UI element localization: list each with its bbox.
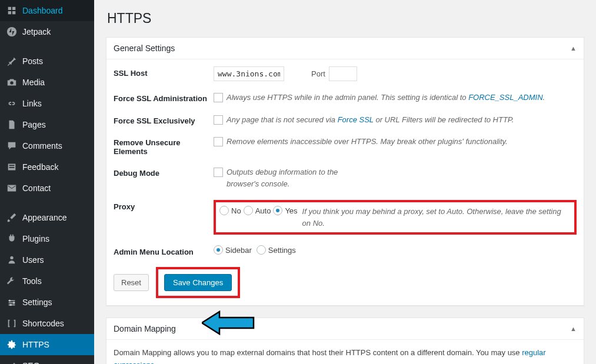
force-admin-checkbox[interactable]	[214, 93, 223, 102]
svg-point-1	[9, 300, 11, 302]
sidebar-item-label: Users	[22, 255, 44, 265]
sidebar-item-https[interactable]: HTTPS	[0, 334, 94, 355]
sidebar-item-label: SEO	[22, 361, 40, 364]
proxy-auto-radio[interactable]	[244, 206, 253, 215]
reset-button[interactable]: Reset	[114, 274, 149, 291]
shortcode-icon	[6, 318, 18, 329]
sidebar-item-shortcodes[interactable]: Shortcodes	[0, 313, 94, 334]
sidebar-item-media[interactable]: Media	[0, 72, 94, 93]
sidebar-item-contact[interactable]: Contact	[0, 178, 94, 199]
seo-icon	[6, 360, 18, 364]
debug-checkbox[interactable]	[214, 168, 223, 177]
gear-icon	[6, 339, 18, 350]
sidebar-item-appearance[interactable]: Appearance	[0, 207, 94, 228]
sidebar-item-settings[interactable]: Settings	[0, 292, 94, 313]
link-icon	[6, 98, 18, 109]
adminloc-sidebar-label: Sidebar	[225, 246, 252, 255]
collapse-icon[interactable]: ▲	[570, 45, 577, 52]
sidebar-item-label: Settings	[22, 298, 52, 307]
collapse-icon[interactable]: ▲	[570, 325, 577, 332]
sidebar-item-label: Comments	[22, 141, 62, 151]
pages-icon	[6, 119, 18, 131]
adminloc-sidebar-radio[interactable]	[214, 245, 223, 255]
save-highlight: Save Changes	[156, 267, 240, 298]
proxy-no-label: No	[231, 206, 241, 215]
plugin-icon	[6, 233, 18, 245]
brush-icon	[6, 212, 18, 223]
sidebar-item-plugins[interactable]: Plugins	[0, 228, 94, 249]
sidebar-item-tools[interactable]: Tools	[0, 271, 94, 292]
sidebar-item-comments[interactable]: Comments	[0, 135, 94, 156]
admin-sidebar: Dashboard Jetpack Posts Media Links Page…	[0, 0, 94, 364]
remove-desc: Remove elements inaccessible over HTTPS.…	[227, 136, 508, 148]
force-admin-desc: Always use HTTPS while in the admin pane…	[227, 92, 545, 103]
sidebar-item-posts[interactable]: Posts	[0, 51, 94, 72]
sidebar-item-label: Jetpack	[22, 27, 51, 36]
adminloc-settings-radio[interactable]	[257, 245, 266, 255]
feedback-icon	[6, 161, 18, 173]
sidebar-item-label: Feedback	[22, 162, 58, 172]
sidebar-item-feedback[interactable]: Feedback	[0, 156, 94, 178]
sidebar-item-label: Tools	[22, 276, 42, 286]
sidebar-item-links[interactable]: Links	[0, 93, 94, 114]
ssl-host-input[interactable]	[214, 66, 284, 81]
dashboard-icon	[6, 5, 18, 16]
sidebar-item-label: Posts	[22, 56, 43, 66]
users-icon	[6, 254, 18, 266]
general-settings-heading: General Settings	[114, 44, 175, 53]
adminloc-settings-label: Settings	[268, 246, 296, 255]
domain-mapping-desc: Domain Mapping allows you to map externa…	[114, 347, 577, 364]
svg-point-3	[9, 304, 12, 306]
proxy-yes-label: Yes	[285, 206, 297, 215]
sidebar-item-pages[interactable]: Pages	[0, 114, 94, 135]
proxy-label: Proxy	[114, 200, 214, 211]
force-excl-checkbox[interactable]	[214, 115, 223, 125]
sidebar-item-label: Media	[22, 78, 45, 87]
proxy-yes-radio[interactable]	[273, 206, 282, 215]
mail-icon	[6, 182, 18, 194]
sidebar-item-users[interactable]: Users	[0, 249, 94, 271]
general-settings-header[interactable]: General Settings ▲	[106, 38, 584, 59]
force-excl-desc: Any page that is not secured via Force S…	[227, 114, 514, 126]
settings-icon	[6, 296, 18, 308]
force-admin-label: Force SSL Administration	[114, 92, 214, 103]
main-content: HTTPS General Settings ▲ SSL Host Port F…	[94, 0, 596, 364]
general-settings-box: General Settings ▲ SSL Host Port Force S…	[106, 37, 584, 306]
annotation-arrow	[202, 310, 255, 337]
debug-desc: Outputs debug information to the browser…	[227, 166, 356, 189]
domain-mapping-heading: Domain Mapping	[114, 324, 176, 333]
save-changes-button[interactable]: Save Changes	[164, 274, 232, 291]
sidebar-item-label: Pages	[22, 120, 46, 129]
domain-mapping-header[interactable]: Domain Mapping ▲	[106, 318, 584, 340]
media-icon	[6, 76, 18, 88]
force-excl-label: Force SSL Exclusively	[114, 114, 214, 125]
domain-mapping-box: Domain Mapping ▲ Domain Mapping allows y…	[106, 318, 584, 364]
sidebar-item-label: Dashboard	[22, 6, 63, 15]
sidebar-item-label: HTTPS	[22, 340, 49, 349]
sidebar-item-jetpack[interactable]: Jetpack	[0, 21, 94, 42]
force-ssl-admin-link[interactable]: FORCE_SSL_ADMIN	[468, 93, 542, 102]
port-input[interactable]	[329, 66, 357, 81]
page-title: HTTPS	[107, 11, 584, 26]
proxy-no-radio[interactable]	[219, 206, 229, 215]
debug-label: Debug Mode	[114, 166, 214, 178]
jetpack-icon	[6, 26, 18, 38]
adminloc-label: Admin Menu Location	[114, 245, 214, 256]
remove-checkbox[interactable]	[214, 137, 223, 146]
sidebar-item-label: Links	[22, 99, 42, 108]
comment-icon	[6, 140, 18, 152]
sidebar-item-seo[interactable]: SEO	[0, 355, 94, 364]
sidebar-item-label: Shortcodes	[22, 319, 64, 328]
tools-icon	[6, 275, 18, 287]
svg-point-0	[7, 27, 16, 36]
remove-label: Remove Unsecure Elements	[114, 136, 214, 156]
sidebar-item-label: Appearance	[22, 213, 67, 222]
proxy-desc: If you think you may behind a proxy, set…	[302, 206, 571, 229]
sidebar-item-label: Plugins	[22, 234, 49, 243]
force-ssl-link[interactable]: Force SSL	[338, 115, 374, 124]
sidebar-item-dashboard[interactable]: Dashboard	[0, 0, 94, 21]
port-label: Port	[311, 69, 325, 78]
proxy-auto-label: Auto	[255, 206, 271, 215]
svg-point-2	[13, 302, 15, 304]
sidebar-item-label: Contact	[22, 183, 51, 193]
